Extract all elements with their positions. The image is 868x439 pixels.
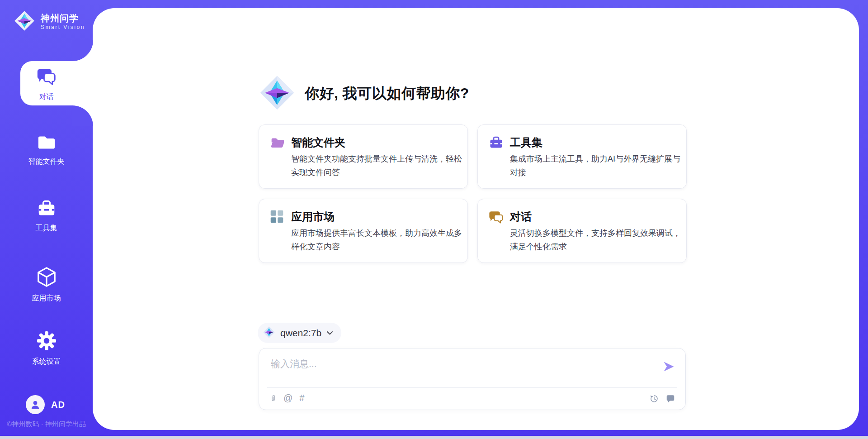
- model-name: qwen2:7b: [280, 328, 321, 339]
- nav-fillet-bottom: [72, 105, 93, 126]
- card-title: 智能文件夹: [291, 135, 464, 150]
- brand-diamond-icon: [14, 10, 35, 33]
- greeting-title: 你好, 我可以如何帮助你?: [305, 84, 469, 104]
- user-name: AD: [51, 400, 65, 410]
- model-diamond-icon: [263, 326, 275, 340]
- sidebar-item-label: 应用市场: [32, 294, 61, 303]
- sidebar-item-smart-folder[interactable]: 智能文件夹: [0, 134, 93, 167]
- sidebar-item-label: 对话: [39, 92, 54, 102]
- sidebar-item-label: 系统设置: [32, 357, 61, 367]
- attachment-icon[interactable]: [270, 392, 277, 403]
- nav-fillet-top: [72, 40, 93, 61]
- card-description: 灵活切换多模型文件，支持多样回复效果调试，满足个性化需求: [510, 226, 683, 253]
- message-input[interactable]: [270, 357, 651, 380]
- sidebar-item-chat[interactable]: 对话: [0, 67, 93, 102]
- sidebar-item-label: 工具集: [36, 224, 57, 233]
- history-icon[interactable]: [649, 394, 659, 403]
- app-logo[interactable]: 神州问学 Smart Vision: [14, 10, 85, 33]
- user-profile[interactable]: AD: [26, 395, 65, 414]
- sidebar-item-settings[interactable]: 系统设置: [0, 330, 93, 367]
- sidebar-item-label: 智能文件夹: [28, 157, 65, 167]
- card-description: 智能文件夹功能支持批量文件上传与清洗，轻松实现文件问答: [291, 152, 464, 179]
- brand-name: 神州问学: [41, 13, 85, 24]
- brand-subtitle: Smart Vision: [41, 24, 85, 31]
- card-title: 工具集: [510, 135, 683, 150]
- chevron-down-icon: [326, 329, 333, 337]
- folder-open-icon: [270, 135, 285, 150]
- chat-icon: [37, 67, 57, 88]
- feature-cards: 智能文件夹 智能文件夹功能支持批量文件上传与清洗，轻松实现文件问答 工具集 集成…: [259, 124, 687, 263]
- toolbox-icon: [37, 200, 57, 220]
- card-title: 应用市场: [291, 209, 464, 224]
- model-selector[interactable]: qwen2:7b: [258, 323, 341, 343]
- card-toolset[interactable]: 工具集 集成市场上主流工具，助力AI与外界无缝扩展与对接: [477, 124, 687, 189]
- sidebar-item-app-market[interactable]: 应用市场: [0, 266, 93, 303]
- feedback-chat-icon[interactable]: [665, 393, 675, 403]
- send-button[interactable]: [662, 360, 675, 373]
- card-smart-folder[interactable]: 智能文件夹 智能文件夹功能支持批量文件上传与清洗，轻松实现文件问答: [259, 124, 468, 189]
- folder-icon: [37, 134, 57, 153]
- composer-divider: [267, 387, 677, 388]
- bottom-edge-strip: [0, 436, 868, 439]
- card-title: 对话: [510, 209, 683, 224]
- cube-icon: [36, 266, 57, 290]
- sidebar-item-toolset[interactable]: 工具集: [0, 200, 93, 233]
- chat-icon: [489, 210, 504, 224]
- sidebar-footer: ©神州数码 · 神州问学出品: [0, 420, 93, 429]
- card-description: 集成市场上主流工具，助力AI与外界无缝扩展与对接: [510, 152, 683, 179]
- card-chat[interactable]: 对话 灵活切换多模型文件，支持多样回复效果调试，满足个性化需求: [477, 199, 687, 263]
- greeting: 你好, 我可以如何帮助你?: [259, 74, 469, 113]
- card-app-market[interactable]: 应用市场 应用市场提供丰富长文本模板，助力高效生成多样化文章内容: [259, 199, 468, 263]
- hashtag-icon[interactable]: #: [299, 393, 304, 403]
- mention-icon[interactable]: @: [283, 393, 292, 403]
- avatar: [26, 395, 45, 414]
- greeting-diamond-icon: [259, 74, 296, 113]
- grid-icon: [270, 210, 285, 224]
- gear-icon: [36, 330, 57, 353]
- card-description: 应用市场提供丰富长文本模板，助力高效生成多样化文章内容: [291, 226, 464, 253]
- toolbox-icon: [489, 135, 504, 150]
- message-composer: @ #: [259, 348, 686, 410]
